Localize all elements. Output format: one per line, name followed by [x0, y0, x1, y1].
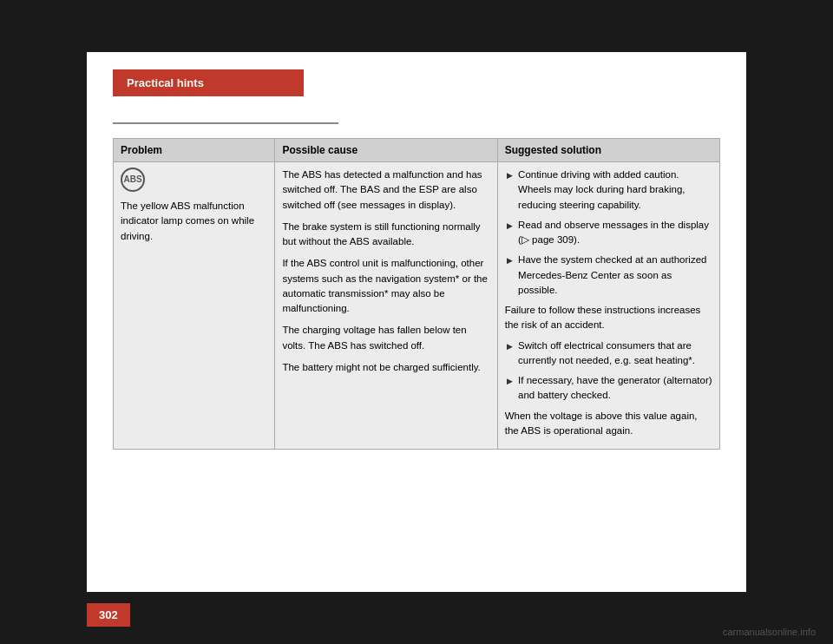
solution-5: ► If necessary, have the generator (alte…	[505, 373, 712, 404]
solution-2: ► Read and observe messages in the displ…	[505, 218, 712, 248]
cause-1: The ABS has detected a malfunction and h…	[282, 168, 489, 213]
watermark: carmanualsonline.info	[723, 627, 816, 637]
cause-cell: The ABS has detected a malfunction and h…	[275, 162, 497, 450]
section-header: Practical hints	[113, 69, 304, 96]
arrow-icon-5: ►	[505, 374, 515, 389]
arrow-icon-1: ►	[505, 168, 515, 183]
problem-table: Problem Possible cause Suggested solutio…	[113, 138, 720, 450]
solution-text-2: Read and observe messages in the display…	[518, 218, 712, 248]
solution-text-4: Switch off electrical consumers that are…	[518, 338, 712, 369]
warning-text: Failure to follow these instructions inc…	[505, 303, 712, 333]
page-number: 302	[87, 603, 130, 627]
col-solution: Suggested solution	[497, 139, 719, 162]
note-text: When the voltage is above this value aga…	[505, 409, 712, 439]
cause-2: The brake system is still functioning no…	[282, 220, 489, 250]
header-title: Practical hints	[127, 76, 204, 89]
solution-cell: ► Continue driving with added caution. W…	[497, 162, 719, 450]
arrow-icon-4: ►	[505, 339, 515, 354]
cause-4: The charging voltage has fallen below te…	[282, 323, 489, 353]
page-content: Practical hints Problem Possible cause S…	[87, 52, 746, 592]
problem-description: The yellow ABS malfunction indicator lam…	[121, 199, 267, 244]
divider	[113, 122, 338, 124]
solution-text-1: Continue driving with added caution. Whe…	[518, 168, 712, 213]
solution-text-5: If necessary, have the generator (altern…	[518, 373, 712, 404]
solution-3: ► Have the system checked at an authoriz…	[505, 253, 712, 298]
arrow-icon-2: ►	[505, 219, 515, 233]
solution-1: ► Continue driving with added caution. W…	[505, 168, 712, 213]
arrow-icon-3: ►	[505, 253, 515, 268]
table-row: ABS The yellow ABS malfunction indicator…	[114, 162, 720, 450]
solution-text-3: Have the system checked at an authorized…	[518, 253, 712, 298]
cause-5: The battery might not be charged suffici…	[282, 360, 489, 375]
problem-cell: ABS The yellow ABS malfunction indicator…	[114, 162, 275, 450]
col-problem: Problem	[114, 139, 275, 162]
solution-4: ► Switch off electrical consumers that a…	[505, 338, 712, 369]
col-cause: Possible cause	[275, 139, 497, 162]
cause-3: If the ABS control unit is malfunctionin…	[282, 256, 489, 316]
abs-icon: ABS	[121, 168, 145, 192]
